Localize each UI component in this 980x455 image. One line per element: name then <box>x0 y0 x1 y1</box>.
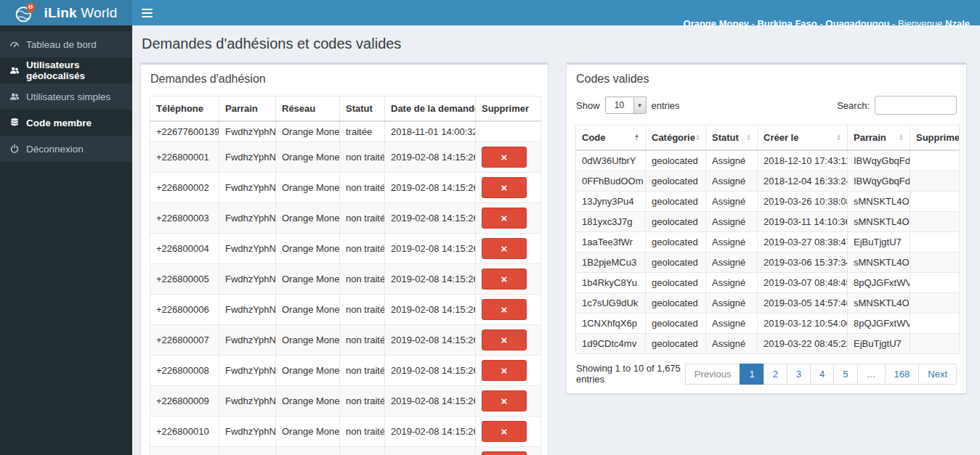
top-bar: $ iLink World Orange Money - Burkina Fas… <box>0 0 980 25</box>
column-header-parrain[interactable]: Parrain▲▼ <box>848 126 910 151</box>
delete-button[interactable]: × <box>482 451 527 455</box>
table-row: +226800007 FwdhzYphN9 Orange Money non t… <box>150 325 541 356</box>
sidebar-item-deconnexion[interactable]: Déconnexion <box>0 136 132 162</box>
sidebar-item-code-membre[interactable]: Code membre <box>0 110 132 136</box>
x-icon: × <box>501 273 508 285</box>
sort-icon: ▲▼ <box>899 134 904 141</box>
demandes-panel: Demandes d'adhésion Téléphone Parrain Ré… <box>140 62 548 455</box>
phone-cell: +226800004 <box>150 234 219 264</box>
pagination-button[interactable]: Previous <box>685 364 741 385</box>
parrain-cell: FwdhzYphN9 <box>219 121 276 142</box>
users-icon <box>9 65 20 75</box>
table-row: +226800010 FwdhzYphN9 Orange Money non t… <box>150 417 541 447</box>
sort-icon: ▲▼ <box>695 134 700 141</box>
statut-cell: Assigné <box>706 313 758 334</box>
reseau-cell: Orange Money <box>276 386 340 417</box>
categorie-cell: geolocated <box>646 313 706 334</box>
date-cell: 2019-03-11 14:10:36 <box>758 212 848 232</box>
table-row: 1c7sUG9dUk geolocated Assigné 2019-03-05… <box>576 293 960 313</box>
dashboard-icon <box>9 39 20 49</box>
delete-button[interactable]: × <box>482 329 527 351</box>
delete-button[interactable]: × <box>482 360 527 381</box>
reseau-cell: Orange Money <box>276 173 340 203</box>
parrain-cell: IBWqyGbqFd <box>848 150 910 171</box>
pagination-button[interactable]: 2 <box>764 364 787 385</box>
pagination-button[interactable]: 1 <box>740 364 764 385</box>
supprimer-cell: × <box>476 234 541 264</box>
brand-logo-area[interactable]: $ iLink World <box>0 0 132 25</box>
date-cell: 2019-02-08 14:15:26 <box>385 264 476 295</box>
delete-button[interactable]: × <box>482 421 527 442</box>
column-header-creer-le[interactable]: Créer le▲▼ <box>758 126 848 151</box>
delete-button[interactable]: × <box>482 238 527 259</box>
pagination-button[interactable]: … <box>857 364 886 385</box>
column-header-code[interactable]: Code▲▼ <box>576 126 646 151</box>
statut-cell: Assigné <box>706 212 758 232</box>
column-header-supprimer[interactable]: Supprimer▲▼ <box>910 126 960 151</box>
pagination-button[interactable]: Next <box>918 364 957 385</box>
date-cell: 2018-12-10 17:43:11 <box>758 150 848 171</box>
parrain-cell: FwdhzYphN9 <box>219 325 276 356</box>
delete-button[interactable]: × <box>482 269 527 290</box>
supprimer-cell <box>910 150 960 171</box>
parrain-cell: sMNSKTL4OR <box>848 212 910 232</box>
globe-pin-icon: $ <box>15 2 36 24</box>
phone-cell: +226800006 <box>150 295 219 325</box>
pagination-button[interactable]: 3 <box>787 364 811 385</box>
reseau-cell: Orange Money <box>276 295 340 325</box>
database-icon <box>9 118 20 128</box>
delete-button[interactable]: × <box>482 299 527 320</box>
column-header-categorie[interactable]: Catégorie▲▼ <box>646 126 706 151</box>
svg-text:$: $ <box>30 4 32 9</box>
column-header-supprimer: Supprimer <box>476 97 541 122</box>
pagination-button[interactable]: 168 <box>885 364 920 385</box>
phone-cell: +226800009 <box>150 386 219 417</box>
categorie-cell: geolocated <box>646 171 706 192</box>
demandes-table: Téléphone Parrain Réseau Statut Date de … <box>150 96 541 455</box>
supprimer-cell <box>910 232 960 253</box>
delete-button[interactable]: × <box>482 147 527 168</box>
table-row: 13Jyny3Pu4 geolocated Assigné 2019-03-26… <box>576 192 960 212</box>
parrain-cell: EjBuTjgtU7 <box>848 334 910 354</box>
table-row: 1aaTee3fWr geolocated Assigné 2019-03-27… <box>576 232 960 253</box>
table-row: 1CNXhfqX6p geolocated Assigné 2019-03-12… <box>576 313 960 334</box>
parrain-cell: IBWqyGbqFd <box>848 171 910 192</box>
supprimer-cell <box>910 171 960 192</box>
date-cell: 2019-03-07 08:48:45 <box>758 273 848 293</box>
statut-cell: Assigné <box>706 273 758 293</box>
pagination-button[interactable]: 4 <box>810 364 834 385</box>
delete-button[interactable]: × <box>482 177 527 198</box>
table-row: 1B2pjeMCu3 geolocated Assigné 2019-03-06… <box>576 253 960 273</box>
page-size-value: 10 <box>606 97 633 113</box>
page-title: Demandes d'adhésions et codes valides <box>142 36 970 52</box>
hamburger-menu-button[interactable] <box>132 0 161 25</box>
sidebar-item-utilisateurs-simples[interactable]: Utilisateurs simples <box>0 83 132 110</box>
sidebar-item-utilisateurs-geolocalises[interactable]: Utilisateurs géolocalisés <box>0 57 132 83</box>
statut-cell: Assigné <box>706 192 758 212</box>
search-label: Search: <box>837 100 870 111</box>
supprimer-cell: × <box>476 356 541 386</box>
delete-button[interactable]: × <box>482 208 527 229</box>
pagination-button[interactable]: 5 <box>833 364 857 385</box>
x-icon: × <box>501 151 508 163</box>
table-header-row: Téléphone Parrain Réseau Statut Date de … <box>150 97 541 122</box>
parrain-cell: sMNSKTL4OR <box>848 192 910 212</box>
statut-cell: traitée <box>340 121 385 142</box>
search-input[interactable] <box>875 96 957 115</box>
date-cell: 2019-03-12 10:54:00 <box>758 313 848 334</box>
code-cell: 0dW36UfbrY <box>576 150 646 171</box>
phone-cell: +226800003 <box>150 203 219 234</box>
phone-cell: +226800007 <box>150 325 219 356</box>
reseau-cell: Orange Money <box>276 121 340 142</box>
date-cell: 2019-02-08 14:15:26 <box>385 386 476 417</box>
sidebar-item-dashboard[interactable]: Tableau de bord <box>0 31 132 57</box>
statut-cell: Assigné <box>706 253 758 273</box>
categorie-cell: geolocated <box>646 293 706 313</box>
parrain-cell: FwdhzYphN9 <box>219 417 276 447</box>
reseau-cell: Orange Money <box>276 234 340 264</box>
categorie-cell: geolocated <box>646 334 706 354</box>
page-size-select[interactable]: 10 ▾ <box>605 97 647 114</box>
column-header-statut[interactable]: Statut▲▼ <box>706 126 758 151</box>
parrain-cell: 8pQJGFxtWV <box>848 313 910 334</box>
delete-button[interactable]: × <box>482 390 527 411</box>
